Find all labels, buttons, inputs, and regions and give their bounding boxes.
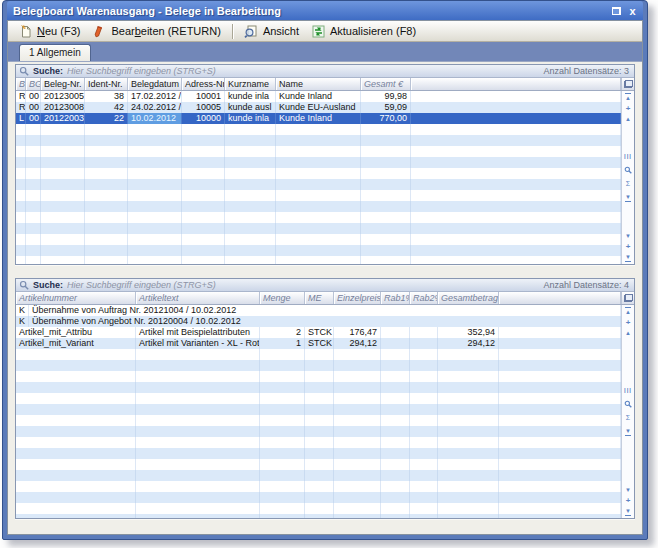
grid-cell[interactable]: [128, 245, 182, 256]
grid-cell[interactable]: [276, 223, 361, 234]
grid-row-empty[interactable]: [16, 212, 621, 223]
grid-cell[interactable]: [225, 135, 276, 146]
grid-cell[interactable]: [16, 146, 26, 157]
grid-cell[interactable]: [260, 470, 305, 481]
grid-cell[interactable]: [41, 146, 85, 157]
grid-cell[interactable]: [136, 514, 260, 518]
grid-cell[interactable]: [411, 212, 621, 223]
grid-cell[interactable]: [410, 448, 438, 459]
grid-cell[interactable]: [411, 223, 621, 234]
sum-icon[interactable]: Σ: [626, 414, 630, 422]
grid-row-empty[interactable]: [16, 470, 621, 481]
column-header[interactable]: Artikelnummer: [16, 292, 136, 304]
scroll-top-icon[interactable]: ▲: [625, 307, 631, 315]
grid-cell[interactable]: [85, 212, 128, 223]
grid-cell[interactable]: [41, 212, 85, 223]
grid-row-empty[interactable]: [16, 360, 621, 371]
grid-row[interactable]: KÜbernahme von Auftrag Nr. 20121004 / 10…: [16, 305, 621, 316]
column-header[interactable]: Ident-Nr.: [85, 78, 128, 90]
grid-cell[interactable]: [410, 426, 438, 437]
grid-row-empty[interactable]: [16, 503, 621, 514]
grid-cell[interactable]: [305, 360, 334, 371]
grid-cell[interactable]: [260, 426, 305, 437]
grid-cell[interactable]: [16, 481, 136, 492]
grid-cell[interactable]: [85, 135, 128, 146]
page-up-icon[interactable]: +: [626, 319, 631, 326]
grid-cell[interactable]: [438, 514, 499, 518]
grid-cell[interactable]: [276, 135, 361, 146]
grid-cell[interactable]: [85, 168, 128, 179]
grid-cell[interactable]: [499, 360, 621, 371]
grid-cell[interactable]: 10001: [182, 91, 225, 102]
grid-cell[interactable]: [305, 393, 334, 404]
grid-cell[interactable]: [361, 212, 411, 223]
grid-row-empty[interactable]: [16, 514, 621, 518]
grid-row-empty[interactable]: [16, 179, 621, 190]
grid-cell[interactable]: [225, 245, 276, 256]
grid-cell[interactable]: [128, 223, 182, 234]
scroll-down-icon[interactable]: ▼: [625, 487, 631, 493]
grid-cell[interactable]: [499, 349, 621, 360]
grid-cell[interactable]: [136, 503, 260, 514]
grid-cell[interactable]: [225, 168, 276, 179]
grid-cell[interactable]: [260, 349, 305, 360]
grid-cell[interactable]: [225, 201, 276, 212]
grid-cell[interactable]: 20123008: [41, 102, 85, 113]
grid-cell[interactable]: [128, 124, 182, 135]
grid-cell[interactable]: [381, 459, 410, 470]
grid-cell[interactable]: [276, 179, 361, 190]
grid-cell[interactable]: 10000: [182, 113, 225, 124]
column-header[interactable]: Gesamt €: [361, 78, 411, 90]
grid-cell[interactable]: 00: [26, 91, 41, 102]
grid-cell[interactable]: [438, 393, 499, 404]
grid-cell[interactable]: [225, 124, 276, 135]
column-header[interactable]: Gesamtbetrag: [438, 292, 499, 304]
grid-row-empty[interactable]: [16, 349, 621, 360]
grid-row[interactable]: KÜbernahme von Angebot Nr. 20120004 / 10…: [16, 316, 621, 327]
close-button[interactable]: x: [626, 5, 639, 17]
grid-cell[interactable]: [334, 415, 381, 426]
grid-cell[interactable]: [16, 201, 26, 212]
grid-cell[interactable]: [438, 382, 499, 393]
grid-cell[interactable]: [85, 201, 128, 212]
grid-cell[interactable]: [225, 190, 276, 201]
column-header[interactable]: Rab2%: [410, 292, 438, 304]
grid-cell[interactable]: [499, 492, 621, 503]
grid-cell[interactable]: [410, 470, 438, 481]
grid-cell[interactable]: [411, 146, 621, 157]
grid-cell[interactable]: [26, 190, 41, 201]
grid-cell[interactable]: Artikel_mit_Attribu: [16, 327, 136, 338]
grid-cell[interactable]: [410, 514, 438, 518]
grid-cell[interactable]: 294,12: [334, 338, 381, 349]
grid-cell[interactable]: [26, 234, 41, 245]
grid-cell[interactable]: [26, 223, 41, 234]
grid-cell[interactable]: [136, 360, 260, 371]
grid-cell[interactable]: [136, 426, 260, 437]
grid-cell[interactable]: [16, 404, 136, 415]
grid-cell[interactable]: [305, 481, 334, 492]
column-header[interactable]: B: [16, 78, 26, 90]
grid-cell[interactable]: [136, 415, 260, 426]
grid-cell[interactable]: [16, 212, 26, 223]
grid-cell[interactable]: [381, 327, 410, 338]
grid-cell[interactable]: [41, 124, 85, 135]
grid-cell[interactable]: [182, 124, 225, 135]
grid-cell[interactable]: [334, 492, 381, 503]
grid-cell[interactable]: [136, 404, 260, 415]
grid-cell[interactable]: [499, 338, 621, 349]
grid-cell[interactable]: [410, 360, 438, 371]
grid-cell[interactable]: 352,94: [438, 327, 499, 338]
grid-cell[interactable]: 1: [260, 338, 305, 349]
grid-cell[interactable]: [85, 245, 128, 256]
grid-cell[interactable]: [225, 256, 276, 264]
grid-cell[interactable]: [381, 360, 410, 371]
grid-cell[interactable]: [260, 448, 305, 459]
grid-cell[interactable]: [85, 124, 128, 135]
grid-cell[interactable]: 22: [85, 113, 128, 124]
grid-cell[interactable]: Artikel_mit_Variant: [16, 338, 136, 349]
grid-cell[interactable]: [410, 349, 438, 360]
grid-cell[interactable]: [182, 234, 225, 245]
grid-cell[interactable]: [499, 393, 621, 404]
grid-cell[interactable]: [136, 437, 260, 448]
grid-cell[interactable]: [381, 481, 410, 492]
